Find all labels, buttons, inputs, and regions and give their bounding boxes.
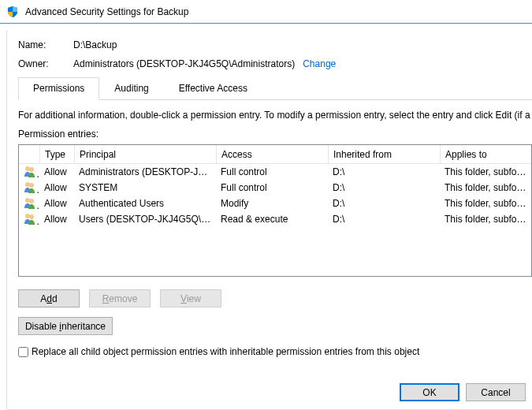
cell-access: Read & execute xyxy=(216,214,328,225)
name-row: Name: D:\Backup xyxy=(18,39,532,50)
cancel-button[interactable]: Cancel xyxy=(466,383,526,401)
cell-principal: Users (DESKTOP-JKJ4G5Q\Use... xyxy=(74,214,216,225)
table-row[interactable]: AllowAdministrators (DESKTOP-JKJ...Full … xyxy=(19,164,531,180)
permission-grid[interactable]: Type Principal Access Inherited from App… xyxy=(18,144,532,277)
cell-type: Allow xyxy=(39,198,74,209)
tab-permissions[interactable]: Permissions xyxy=(18,77,99,100)
cell-principal: SYSTEM xyxy=(74,182,216,193)
info-text: For additional information, double-click… xyxy=(18,110,532,121)
cell-type: Allow xyxy=(39,166,74,177)
cell-applies: This folder, subfolder xyxy=(440,166,531,177)
owner-value: Administrators (DESKTOP-JKJ4G5Q\Administ… xyxy=(73,58,295,69)
tab-auditing[interactable]: Auditing xyxy=(99,77,163,99)
cell-principal: Authenticated Users xyxy=(74,198,216,209)
svg-point-0 xyxy=(25,166,30,171)
cell-type: Allow xyxy=(39,182,74,193)
owner-row: Owner: Administrators (DESKTOP-JKJ4G5Q\A… xyxy=(18,58,532,69)
col-inherited-header[interactable]: Inherited from xyxy=(328,145,440,163)
svg-point-2 xyxy=(25,182,30,187)
ok-button[interactable]: OK xyxy=(400,383,459,401)
cell-access: Full control xyxy=(216,166,328,177)
col-principal-header[interactable]: Principal xyxy=(74,145,216,163)
cell-inherited: D:\ xyxy=(328,198,440,209)
col-applies-header[interactable]: Applies to xyxy=(440,145,531,163)
grid-header: Type Principal Access Inherited from App… xyxy=(19,145,531,164)
svg-point-1 xyxy=(29,167,34,172)
cell-inherited: D:\ xyxy=(328,166,440,177)
shield-icon xyxy=(6,6,19,18)
col-access-header[interactable]: Access xyxy=(216,145,328,163)
name-label: Name: xyxy=(18,39,73,50)
tab-effective-access[interactable]: Effective Access xyxy=(164,77,262,99)
table-row[interactable]: AllowSYSTEMFull controlD:\This folder, s… xyxy=(19,180,531,196)
owner-label: Owner: xyxy=(18,58,73,69)
svg-point-4 xyxy=(25,198,30,203)
cell-applies: This folder, subfolder xyxy=(440,214,531,225)
window-title: Advanced Security Settings for Backup xyxy=(25,6,188,17)
name-value: D:\Backup xyxy=(73,39,117,50)
cell-applies: This folder, subfolder xyxy=(440,198,531,209)
disable-inheritance-button[interactable]: Disable inheritance xyxy=(18,317,113,335)
replace-children-checkbox[interactable] xyxy=(18,347,28,357)
svg-point-7 xyxy=(29,214,34,219)
svg-point-3 xyxy=(29,183,34,188)
cell-access: Full control xyxy=(216,182,328,193)
entry-buttons: Add Remove View xyxy=(18,289,532,308)
svg-point-6 xyxy=(25,214,30,218)
users-group-icon xyxy=(19,165,39,180)
view-button: View xyxy=(160,289,221,308)
users-group-icon xyxy=(19,196,39,211)
dialog-footer: OK Cancel xyxy=(400,383,532,401)
cell-access: Modify xyxy=(216,198,328,209)
cell-inherited: D:\ xyxy=(328,182,440,193)
client-area: Name: D:\Backup Owner: Administrators (D… xyxy=(6,30,532,410)
col-type-header[interactable]: Type xyxy=(39,145,74,163)
replace-checkbox-row: Replace all child object permission entr… xyxy=(18,346,532,357)
disable-inheritance-row: Disable inheritance xyxy=(18,317,532,335)
remove-button: Remove xyxy=(89,289,151,308)
grid-body: AllowAdministrators (DESKTOP-JKJ...Full … xyxy=(19,164,531,227)
cell-principal: Administrators (DESKTOP-JKJ... xyxy=(74,166,216,177)
title-bar: Advanced Security Settings for Backup xyxy=(0,0,532,24)
users-group-icon xyxy=(19,212,39,227)
table-row[interactable]: AllowUsers (DESKTOP-JKJ4G5Q\Use...Read &… xyxy=(19,211,531,227)
entries-label: Permission entries: xyxy=(18,129,532,140)
change-owner-link[interactable]: Change xyxy=(303,58,336,69)
users-group-icon xyxy=(19,181,39,196)
replace-children-label: Replace all child object permission entr… xyxy=(32,346,419,357)
table-row[interactable]: AllowAuthenticated UsersModifyD:\This fo… xyxy=(19,196,531,211)
cell-type: Allow xyxy=(39,214,74,225)
add-button[interactable]: Add xyxy=(18,289,80,308)
tab-strip: Permissions Auditing Effective Access xyxy=(18,77,532,100)
cell-inherited: D:\ xyxy=(328,214,440,225)
svg-point-5 xyxy=(29,199,34,203)
cell-applies: This folder, subfolder xyxy=(440,182,531,193)
